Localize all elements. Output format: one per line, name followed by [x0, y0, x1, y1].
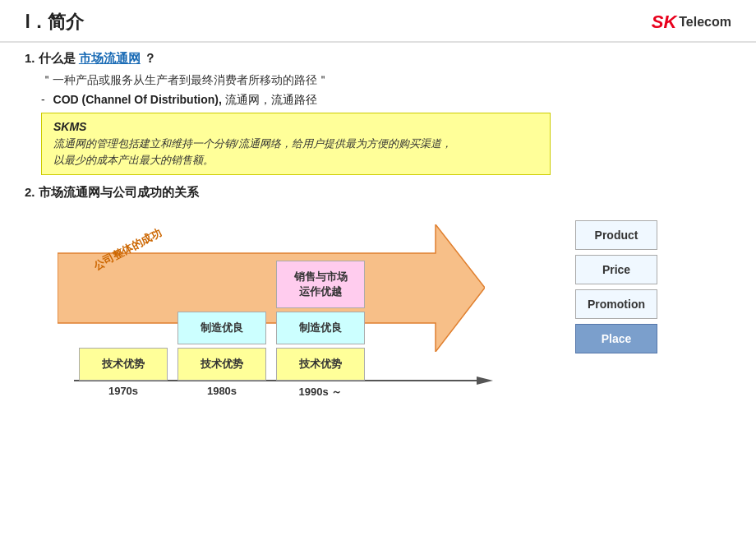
cod-text: - COD (Channel Of Distribution), 流通网，流通路… — [41, 93, 731, 108]
svg-marker-2 — [477, 376, 493, 385]
fourp-place: Place — [575, 324, 657, 353]
sk-logo: SK Telecom — [652, 12, 731, 33]
block-1990s-tech: 技术优势 — [276, 348, 365, 381]
section-2: 2. 市场流通网与公司成功的关系 公司整体的成功 技术优势 — [25, 185, 731, 401]
cod-label: COD (Channel Of Distribution), — [53, 93, 222, 106]
sk-logo-telecom: Telecom — [679, 15, 731, 30]
diagram-area: 公司整体的成功 技术优势 制造优良 技术优势 销售与市场运作优越 — [25, 212, 731, 401]
year-1980s: 1980s — [177, 385, 267, 400]
section1-text: 什么是 — [39, 51, 76, 65]
years-row: 1970s 1980s 1990s ～ — [78, 385, 366, 400]
col-1970s: 技术优势 — [78, 348, 168, 381]
quote-text: ＂一种产品或服务从生产者到最终消费者所移动的路径＂ — [41, 73, 731, 88]
year-1990s: 1990s ～ — [275, 385, 366, 400]
section2-heading: 2. 市场流通网与公司成功的关系 — [25, 185, 731, 201]
header: Ⅰ．简介 SK Telecom — [0, 0, 756, 43]
year-1970s: 1970s — [78, 385, 168, 400]
col-1980s: 制造优良 技术优势 — [177, 312, 267, 381]
col-1990s: 销售与市场运作优越 制造优良 技术优势 — [275, 261, 366, 381]
sk-logo-sk: SK — [652, 12, 677, 33]
block-1990s-sales: 销售与市场运作优越 — [276, 261, 365, 308]
section-1: 1. 什么是 市场流通网 ？ ＂一种产品或服务从生产者到最终消费者所移动的路径＂… — [25, 51, 731, 175]
section1-highlight: 市场流通网 — [79, 51, 141, 65]
block-1970s-tech: 技术优势 — [79, 348, 168, 381]
section2-num: 2. — [25, 185, 35, 199]
fourp-container: Product Price Promotion Place — [575, 220, 657, 353]
chart-container: 公司整体的成功 技术优势 制造优良 技术优势 销售与市场运作优越 — [25, 212, 559, 401]
block-1980s-tech: 技术优势 — [177, 348, 266, 381]
fourp-product: Product — [575, 220, 657, 250]
skms-box: SKMS 流通网的管理包括建立和维持一个分销/流通网络，给用户提供最为方便的购买… — [41, 113, 551, 175]
skms-body: 流通网的管理包括建立和维持一个分销/流通网络，给用户提供最为方便的购买渠道，以最… — [53, 136, 538, 168]
fourp-price: Price — [575, 255, 657, 284]
section2-text: 市场流通网与公司成功的关系 — [39, 185, 199, 199]
cod-rest: 流通网，流通路径 — [225, 93, 317, 106]
skms-title: SKMS — [53, 120, 538, 133]
block-1980s-mfg: 制造优良 — [177, 312, 266, 344]
section1-num: 1. — [25, 51, 35, 65]
block-1990s-mfg: 制造优良 — [276, 312, 365, 344]
page-title: Ⅰ．简介 — [25, 10, 84, 35]
section1-heading: 1. 什么是 市场流通网 ？ — [25, 51, 731, 67]
columns: 技术优势 制造优良 技术优势 销售与市场运作优越 制造优良 技术优势 — [78, 261, 366, 381]
content-area: 1. 什么是 市场流通网 ？ ＂一种产品或服务从生产者到最终消费者所移动的路径＂… — [0, 43, 756, 409]
section1-end: ？ — [144, 51, 156, 65]
fourp-promotion: Promotion — [575, 289, 657, 319]
